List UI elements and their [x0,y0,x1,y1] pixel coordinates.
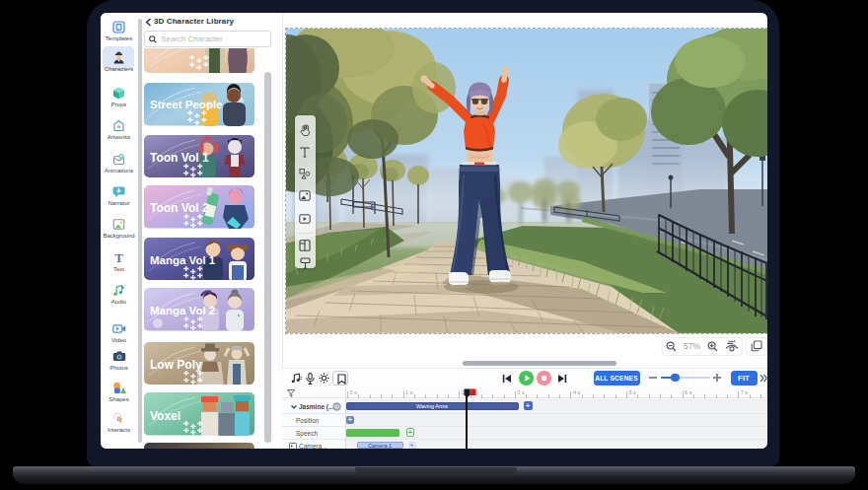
svg-text:✚: ✚ [197,322,203,329]
svg-text:✚: ✚ [187,109,193,116]
svg-text:✚: ✚ [201,116,207,123]
svg-text:✚: ✚ [189,61,195,68]
svg-text:✚: ✚ [197,420,203,427]
svg-text:Voxel: Voxel [150,409,181,423]
svg-text:✚: ✚ [183,163,189,170]
svg-text:✚: ✚ [183,315,189,322]
svg-text:✚: ✚ [203,61,209,68]
svg-text:✚: ✚ [183,322,189,329]
svg-text:✚: ✚ [190,324,196,331]
svg-text:✚: ✚ [197,265,203,272]
svg-text:✚: ✚ [194,119,200,126]
svg-text:✚: ✚ [203,54,209,61]
svg-text:✚: ✚ [183,272,189,279]
svg-text:✚: ✚ [197,163,203,170]
svg-text:T: T [114,251,123,264]
svg-text:✚: ✚ [189,54,195,61]
svg-text:✚: ✚ [190,379,196,385]
svg-text:✚: ✚ [183,427,189,434]
svg-text:✚: ✚ [183,213,189,220]
svg-text:✚: ✚ [196,64,202,71]
svg-text:✚: ✚ [183,420,189,427]
svg-text:✚: ✚ [197,427,203,434]
svg-text:✚: ✚ [197,315,203,322]
svg-text:✚: ✚ [183,220,189,227]
svg-text:✚: ✚ [190,222,196,229]
svg-text:✚: ✚ [190,172,196,178]
svg-text:✚: ✚ [197,170,203,176]
svg-text:Low Poly: Low Poly [150,358,202,372]
svg-text:✚: ✚ [183,377,189,384]
svg-text:✚: ✚ [190,429,196,436]
svg-text:✚: ✚ [190,274,196,281]
svg-text:✚: ✚ [194,112,200,119]
svg-text:✚: ✚ [201,109,207,116]
svg-text:Realistic: Realistic [151,48,198,49]
svg-text:Street People: Street People [150,99,223,110]
svg-text:✚: ✚ [196,57,202,64]
svg-text:✚: ✚ [197,213,203,220]
svg-text:✚: ✚ [183,170,189,176]
svg-text:✚: ✚ [197,272,203,279]
svg-text:✚: ✚ [187,116,193,123]
svg-text:✚: ✚ [183,265,189,272]
svg-text:✚: ✚ [197,370,203,377]
svg-text:✚: ✚ [197,220,203,227]
svg-text:✚: ✚ [197,377,203,384]
svg-text:✚: ✚ [183,370,189,377]
